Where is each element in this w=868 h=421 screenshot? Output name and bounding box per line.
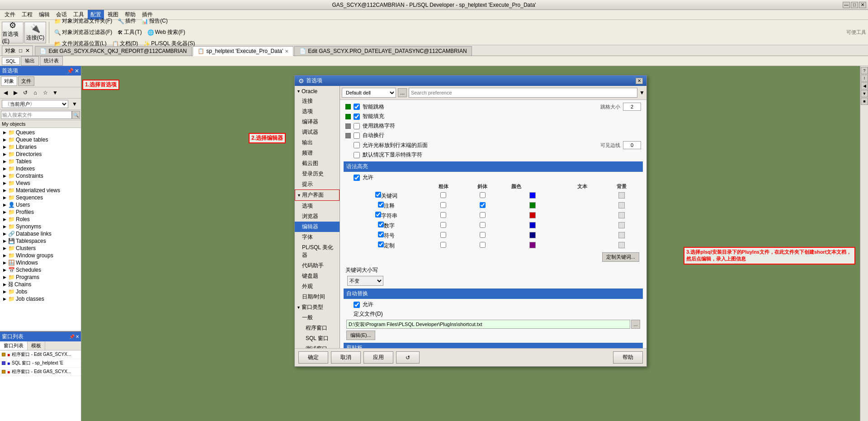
object-browser-filter-btn[interactable]: 🔍 对象浏览器过滤器(F): [52, 27, 114, 38]
object-panel-icon2[interactable]: ✕: [25, 47, 30, 54]
tree-mat-views[interactable]: ▶ 📁 Materialized views: [1, 187, 80, 194]
schema-dropdown[interactable]: 〈当前用户〉: [2, 100, 68, 108]
tree-libraries[interactable]: ▶ 📁 Libraries: [1, 143, 80, 151]
keyword-case-select[interactable]: 不变: [347, 276, 383, 286]
path-browse-btn[interactable]: ...: [631, 320, 640, 329]
tab-edit-pack[interactable]: 📄 Edit GAS_SCYX.PACK_QKJ_REPORT@112CAMBR…: [35, 46, 192, 56]
menu-file[interactable]: 文件: [2, 10, 18, 19]
tree-views[interactable]: ▶ 📁 Views: [1, 180, 80, 187]
bottom-tab-template[interactable]: 模板: [28, 341, 45, 350]
panel-close-icon[interactable]: ✕: [75, 68, 79, 74]
side-btn-4[interactable]: ▼: [861, 90, 868, 97]
tree-synonyms[interactable]: ▶ 📁 Synonyms: [1, 223, 80, 230]
tree-users[interactable]: ▶ 👤 Users: [1, 201, 80, 208]
symbol-italic[interactable]: [480, 232, 486, 238]
smart-fill-checkbox[interactable]: [354, 114, 360, 120]
side-btn-5[interactable]: ■: [861, 98, 868, 105]
number-text-color[interactable]: [529, 222, 536, 228]
symbol-bg-color[interactable]: [618, 232, 625, 238]
side-btn-2[interactable]: !: [861, 75, 868, 82]
tree-keyboard[interactable]: 键盘题: [295, 271, 340, 281]
search-preference-input[interactable]: [409, 88, 637, 98]
string-text-color[interactable]: [529, 212, 536, 218]
tree-debugger[interactable]: 调试器: [295, 127, 340, 137]
home-btn[interactable]: ⌂: [31, 88, 40, 97]
tree-jobs[interactable]: ▶ 📁 Jobs: [1, 288, 80, 295]
tree-sequences[interactable]: ▶ 📁 Sequences: [1, 194, 80, 201]
object-panel-icon1[interactable]: □: [19, 47, 22, 54]
window-list-item-1[interactable]: ■ 程序窗口 - Edit GAS_SCYX...: [0, 350, 81, 359]
keyword-check[interactable]: [375, 192, 381, 198]
number-check[interactable]: [378, 222, 384, 227]
custom-check[interactable]: [378, 241, 384, 247]
keyword-bg-color[interactable]: [618, 192, 625, 199]
apply-button[interactable]: 应用: [363, 351, 393, 364]
tree-output[interactable]: 输出: [295, 137, 340, 148]
ok-button[interactable]: 确定: [298, 351, 328, 364]
number-bold[interactable]: [440, 222, 446, 228]
tree-schedules[interactable]: ▶ 📅 Schedules: [1, 266, 80, 274]
special-char-checkbox[interactable]: [354, 152, 360, 158]
keyword-bold[interactable]: [440, 192, 446, 198]
tree-general[interactable]: 一般: [295, 312, 340, 323]
forward-btn[interactable]: ▶: [11, 88, 20, 97]
side-btn-1[interactable]: ?: [861, 67, 868, 74]
tree-sql-window[interactable]: SQL 窗口: [295, 333, 340, 344]
sub-tab-sql[interactable]: SQL: [2, 57, 20, 65]
menu-project[interactable]: 工程: [19, 10, 35, 19]
string-italic[interactable]: [480, 212, 486, 218]
custom-bg-color[interactable]: [618, 242, 625, 248]
web-search-btn[interactable]: 🌐 Web 搜索(F): [145, 27, 188, 38]
ui-section[interactable]: ▼ 用户界面: [295, 189, 340, 201]
number-italic[interactable]: [480, 222, 486, 228]
tree-prog-window[interactable]: 程序窗口: [295, 323, 340, 333]
tree-windows[interactable]: ▶ 🪟 Windows: [1, 259, 80, 266]
keyword-text-color[interactable]: [529, 192, 536, 199]
symbol-check[interactable]: [378, 232, 384, 237]
oracle-section[interactable]: ▼ Oracle: [295, 87, 340, 96]
tree-chains[interactable]: ▶ ⛓ Chains: [1, 281, 80, 288]
string-bg-color[interactable]: [618, 212, 625, 218]
comment-check[interactable]: [378, 202, 384, 208]
auto-replace-checkbox[interactable]: [354, 302, 360, 308]
custom-bold[interactable]: [440, 242, 446, 248]
tree-screenshot[interactable]: 截云图: [295, 158, 340, 169]
custom-text-color[interactable]: [529, 242, 536, 248]
comment-bold[interactable]: [440, 202, 446, 208]
tree-queues[interactable]: ▶ 📁 Queues: [1, 129, 80, 136]
tree-font[interactable]: 字体: [295, 232, 340, 242]
tab-close-icon[interactable]: ✕: [285, 49, 288, 54]
plugin-btn[interactable]: 🔧 插件: [115, 16, 138, 26]
keyword-italic[interactable]: [480, 192, 486, 198]
tree-profiles[interactable]: ▶ 📁 Profiles: [1, 208, 80, 216]
string-check[interactable]: [375, 212, 381, 218]
bottom-panel-pin[interactable]: 📌: [69, 334, 75, 339]
tree-browser[interactable]: 浏览器: [295, 211, 340, 222]
search-dropdown-icon[interactable]: ▼: [639, 90, 645, 96]
tree-ui-options[interactable]: 选项: [295, 201, 340, 211]
tree-code-assistant[interactable]: 代码助手: [295, 260, 340, 271]
symbol-bold[interactable]: [440, 232, 446, 238]
tree-test-window[interactable]: 测试窗口: [295, 344, 340, 348]
tree-options[interactable]: 选项: [295, 106, 340, 117]
refresh-button[interactable]: ↺: [396, 351, 420, 364]
tree-spectrum[interactable]: 频谱: [295, 148, 340, 158]
connect-button[interactable]: 🔌 连接(C): [24, 22, 46, 43]
ellipsis-btn[interactable]: ...: [398, 88, 407, 97]
tree-plsql-beautifier[interactable]: PL/SQL 美化器: [295, 242, 340, 260]
tree-job-classes[interactable]: ▶ 📁 Job classes: [1, 295, 80, 303]
tree-db-links[interactable]: ▶ 🔗 Database links: [1, 230, 80, 237]
cursor-checkbox[interactable]: [354, 142, 360, 148]
comment-italic[interactable]: [480, 202, 486, 208]
tree-tables[interactable]: ▶ 📁 Tables: [1, 158, 80, 165]
sub-tab-stats[interactable]: 统计表: [40, 56, 63, 66]
tree-editor[interactable]: 编辑器: [295, 222, 340, 232]
auto-wrap-checkbox[interactable]: [354, 132, 360, 139]
search-button[interactable]: 🔍: [72, 111, 80, 119]
tree-roles[interactable]: ▶ 📁 Roles: [1, 216, 80, 223]
tree-queue-tables[interactable]: ▶ 📁 Queue tables: [1, 136, 80, 143]
tree-tablespaces[interactable]: ▶ 💾 Tablespaces: [1, 237, 80, 245]
tree-constraints[interactable]: ▶ 📁 Constraints: [1, 172, 80, 180]
tab-edit-pro[interactable]: 📄 Edit GAS_SCYX.PRO_DATELAYE_DATASYNC@11…: [294, 46, 472, 56]
panel-icon-pin[interactable]: 📌: [67, 68, 74, 74]
